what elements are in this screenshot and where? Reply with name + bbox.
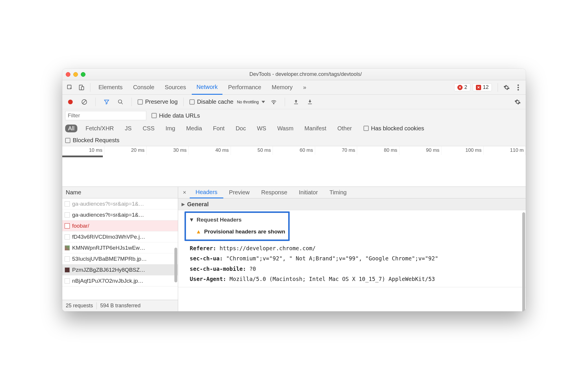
list-item[interactable]: KMNWpnRJTP6eHJs1wEw… <box>62 242 178 253</box>
tab-memory[interactable]: Memory <box>267 80 297 95</box>
blocked-requests-checkbox[interactable]: Blocked Requests <box>65 137 119 144</box>
type-font[interactable]: Font <box>210 125 227 132</box>
thumbnail-icon <box>65 223 70 229</box>
list-item-error[interactable]: foobar/ <box>62 220 178 231</box>
network-split: Name ga-audiences?t=sr&aip=1&… ga-audien… <box>62 187 526 311</box>
tick: 50 ms <box>231 146 273 155</box>
timeline-activity-bar <box>62 156 103 157</box>
download-icon[interactable] <box>305 97 315 107</box>
close-icon[interactable] <box>66 72 70 77</box>
preserve-log-checkbox[interactable]: Preserve log <box>138 98 178 105</box>
type-js[interactable]: JS <box>122 125 134 132</box>
throttling-label: No throttling <box>237 100 259 104</box>
record-button[interactable] <box>65 97 76 107</box>
type-media[interactable]: Media <box>183 125 205 132</box>
svg-line-9 <box>121 103 123 104</box>
type-fetchxhr[interactable]: Fetch/XHR <box>83 125 117 132</box>
hide-data-urls-checkbox[interactable]: Hide data URLs <box>151 112 200 119</box>
throttling-select[interactable]: No throttling <box>237 100 265 104</box>
settings-icon[interactable] <box>501 82 512 93</box>
header-row: sec-ch-ua: "Chromium";v="92", " Not A;Br… <box>190 253 520 264</box>
has-blocked-cookies-checkbox[interactable]: Has blocked cookies <box>364 125 424 132</box>
tab-elements[interactable]: Elements <box>94 80 127 95</box>
svg-point-8 <box>118 100 122 103</box>
type-img[interactable]: Img <box>163 125 178 132</box>
tab-more[interactable]: » <box>298 80 311 95</box>
tick: 80 ms <box>357 146 399 155</box>
list-item[interactable]: 53IuclsjUVBaBME7MPRb.jp… <box>62 253 178 264</box>
section-header-general[interactable]: ▶General <box>178 198 526 210</box>
tick: 110 m <box>484 146 526 155</box>
zoom-icon[interactable] <box>81 72 85 77</box>
divider <box>498 83 498 92</box>
network-conditions-icon[interactable] <box>269 97 279 107</box>
thumbnail-icon <box>65 256 70 262</box>
tab-console[interactable]: Console <box>128 80 159 95</box>
detail-tab-timing[interactable]: Timing <box>324 187 352 198</box>
column-header-name[interactable]: Name <box>62 187 178 198</box>
inspect-icon[interactable] <box>65 82 75 93</box>
chevron-down-icon <box>262 101 265 103</box>
filter-icon[interactable] <box>101 97 112 107</box>
main-tabstrip: Elements Console Sources Network Perform… <box>62 80 526 95</box>
list-item[interactable]: ga-audiences?t=sr&aip=1&… <box>62 198 178 209</box>
detail-tab-initiator[interactable]: Initiator <box>293 187 324 198</box>
list-item[interactable]: ga-audiences?t=sr&aip=1&… <box>62 209 178 220</box>
issue-count-badge[interactable]: ✕12 <box>473 83 492 91</box>
header-row: Referer: https://developer.chrome.com/ <box>190 243 520 253</box>
devtools-window: DevTools - developer.chrome.com/tags/dev… <box>62 69 526 311</box>
tick: 30 ms <box>147 146 189 155</box>
detail-tab-headers[interactable]: Headers <box>190 187 223 198</box>
svg-rect-2 <box>81 87 84 90</box>
status-requests: 25 requests <box>62 303 96 309</box>
type-css[interactable]: CSS <box>140 125 157 132</box>
tab-performance[interactable]: Performance <box>224 80 266 95</box>
type-other[interactable]: Other <box>335 125 355 132</box>
tick: 10 ms <box>62 146 104 155</box>
header-row: sec-ch-ua-mobile: ?0 <box>190 264 520 274</box>
list-item-selected[interactable]: PzmJZBgZBJ612Hy8QBSZ… <box>62 264 178 275</box>
timeline-ticks: 10 ms 20 ms 30 ms 40 ms 50 ms 60 ms 70 m… <box>62 146 526 155</box>
tick: 20 ms <box>104 146 146 155</box>
device-toggle-icon[interactable] <box>76 82 87 93</box>
badge-group: ✕2 ✕12 <box>454 83 492 91</box>
upload-icon[interactable] <box>291 97 301 107</box>
detail-tab-preview[interactable]: Preview <box>223 187 255 198</box>
svg-point-3 <box>518 84 519 86</box>
disable-cache-checkbox[interactable]: Disable cache <box>189 98 233 105</box>
traffic-lights <box>66 72 85 77</box>
header-row: User-Agent: Mozilla/5.0 (Macintosh; Inte… <box>190 274 520 284</box>
close-icon[interactable]: × <box>179 189 190 196</box>
request-list[interactable]: ga-audiences?t=sr&aip=1&… ga-audiences?t… <box>62 198 178 300</box>
thumbnail-icon <box>65 245 70 251</box>
scrollbar[interactable] <box>522 212 525 311</box>
timeline-overview[interactable]: 10 ms 20 ms 30 ms 40 ms 50 ms 60 ms 70 m… <box>62 146 526 187</box>
svg-point-5 <box>518 89 519 90</box>
type-all[interactable]: All <box>65 125 77 132</box>
section-header-request[interactable]: Request Headers <box>197 215 242 225</box>
type-wasm[interactable]: Wasm <box>274 125 296 132</box>
settings-icon[interactable] <box>512 97 523 107</box>
titlebar: DevTools - developer.chrome.com/tags/dev… <box>62 69 526 80</box>
tab-sources[interactable]: Sources <box>160 80 191 95</box>
list-item[interactable]: nBjAqf1PuX7O2nvJbJck.jp… <box>62 275 178 286</box>
provisional-headers-label: Provisional headers are shown <box>204 229 285 235</box>
divider <box>132 98 132 106</box>
section-request-headers: ▼Request Headers ▲Provisional headers ar… <box>178 210 526 287</box>
kebab-menu-icon[interactable] <box>513 82 523 93</box>
type-doc[interactable]: Doc <box>233 125 249 132</box>
type-manifest[interactable]: Manifest <box>302 125 329 132</box>
svg-point-4 <box>518 87 519 88</box>
error-count-badge[interactable]: ✕2 <box>454 83 470 91</box>
tick: 100 ms <box>441 146 483 155</box>
type-ws[interactable]: WS <box>254 125 269 132</box>
list-item[interactable]: fD43v6RiVCDlmo3WhVPe.j… <box>62 231 178 242</box>
minimize-icon[interactable] <box>73 72 78 77</box>
filter-input[interactable]: Filter <box>65 111 146 120</box>
scrollbar[interactable] <box>174 248 177 282</box>
detail-tab-response[interactable]: Response <box>255 187 293 198</box>
tick: 40 ms <box>189 146 231 155</box>
search-icon[interactable] <box>115 97 126 107</box>
clear-icon[interactable] <box>79 97 90 107</box>
tab-network[interactable]: Network <box>192 80 222 95</box>
